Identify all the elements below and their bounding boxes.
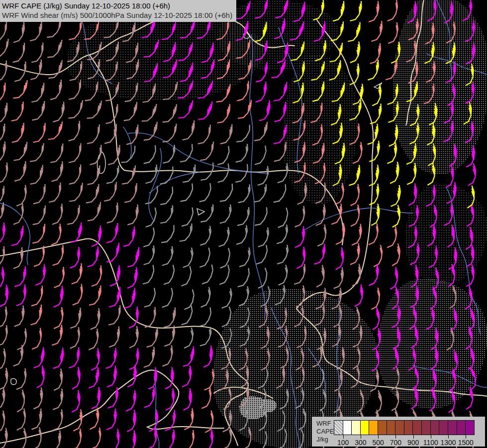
legend-tick-label: 1100 [423,439,438,447]
wind-barb-group [255,0,475,228]
legend-swatch [378,420,387,435]
title-shear-line: WRF Wind shear (m/s) 500/1000hPa Sunday … [2,10,232,20]
legend-swatch [412,420,422,435]
legend-swatch [448,420,457,435]
legend-tick-label: 700 [390,439,401,447]
legend-tick-label: 1300 [440,439,456,447]
legend-tick-label: 500 [372,439,384,447]
legend-tick [378,435,379,439]
wind-barbs-layer [0,0,477,448]
legend-swatch [387,420,396,435]
legend-swatch [439,420,448,435]
legend-swatch [465,420,475,435]
legend-swatch [395,420,404,435]
legend-tick [395,435,396,439]
legend-tick [413,435,414,439]
legend-swatch-hatched [334,420,343,435]
legend-tick [466,435,466,439]
legend-tick [431,435,431,439]
legend-tick [448,435,449,439]
cape-legend: WRFCAPEJ/kg 100300500700900110013001500 [312,417,485,447]
legend-tick [343,435,344,439]
title-cape-line: WRF CAPE (J/kg) Sunday 12-10-2025 18:00 … [2,1,232,10]
legend-swatch [404,420,413,435]
legend-swatch [369,420,378,435]
legend-colorbar [334,420,475,435]
legend-tick-label: 100 [337,439,349,447]
weather-map-viewport: WRF CAPE (J/kg) Sunday 12-10-2025 18:00 … [0,0,487,448]
legend-tick-label: 1500 [458,439,474,447]
legend-swatch [351,420,361,435]
legend-swatch [430,420,440,435]
legend-tick [361,435,361,439]
legend-swatch [343,420,352,435]
legend-title-line: J/kg [316,436,328,443]
legend-swatch [421,420,431,435]
map-title-overlay: WRF CAPE (J/kg) Sunday 12-10-2025 18:00 … [0,0,236,22]
map-canvas [0,0,487,448]
wind-barb-group [0,0,475,448]
legend-swatch [360,420,370,435]
legend-title-line: CAPE [316,428,334,435]
legend-tick-label: 900 [407,439,419,447]
legend-title-line: WRF [316,420,331,427]
legend-swatch [457,420,466,435]
lake-city-outlines [11,33,382,384]
legend-tick-label: 300 [355,439,366,447]
